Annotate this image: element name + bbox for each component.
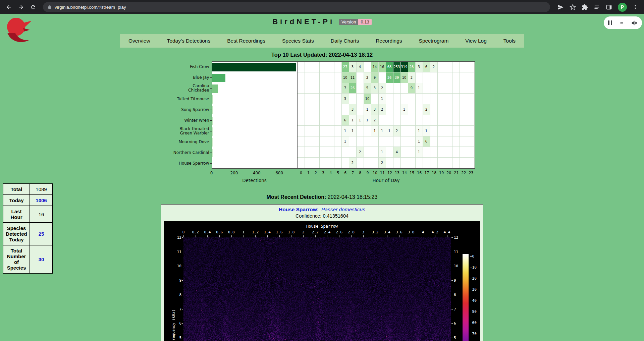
nav-item-recordings[interactable]: Recordings	[367, 34, 410, 48]
heatmap-cell: 2	[430, 62, 438, 72]
heatmap-cell	[305, 83, 312, 94]
hour-tick: 11	[380, 171, 385, 175]
time-tick	[303, 235, 304, 237]
stat-value[interactable]: 30	[30, 245, 53, 273]
volume-icon[interactable]	[631, 20, 638, 26]
version-value: 0.13	[358, 19, 371, 25]
heatmap-cell	[416, 158, 423, 168]
heatmap-cell	[327, 136, 334, 147]
stat-value[interactable]: 25	[30, 223, 53, 245]
heatmap-cell: 9	[408, 83, 416, 94]
heatmap-cell	[298, 136, 305, 147]
heatmap-cell	[298, 147, 305, 158]
menu-kebab-icon[interactable]	[633, 4, 638, 10]
heatmap-cell	[430, 158, 438, 168]
nav-item-spectrogram[interactable]: Spectrogram	[411, 34, 457, 48]
detections-bar	[212, 117, 213, 125]
heatmap-cell	[430, 83, 438, 94]
freq-tick	[451, 309, 453, 309]
hour-tick: 10	[373, 171, 377, 175]
pause-icon[interactable]	[608, 20, 612, 25]
heatmap-cell	[342, 104, 349, 115]
freq-tick-label-right: 11	[454, 249, 458, 254]
heatmap-cell	[305, 126, 312, 136]
time-tick-label: 0.2	[192, 230, 199, 234]
freq-tick	[451, 252, 453, 252]
audio-player[interactable]	[604, 16, 642, 29]
reload-button[interactable]	[28, 2, 38, 12]
heatmap-cell: 26	[349, 83, 357, 94]
heatmap-cell	[460, 62, 467, 72]
extensions-icon[interactable]	[582, 4, 588, 10]
detection-species[interactable]: House Sparrow:	[279, 207, 319, 212]
nav-item-today-s-detections[interactable]: Today's Detections	[159, 34, 219, 48]
heatmap-cell	[334, 115, 342, 126]
heatmap-cell: 1	[364, 104, 371, 115]
heatmap-cell	[452, 72, 460, 83]
chart-species-row: Fish Crow	[169, 61, 212, 72]
forward-button[interactable]	[15, 2, 26, 12]
freq-tick-label-right: 8	[454, 292, 456, 297]
nav-item-tools[interactable]: Tools	[495, 34, 524, 48]
heatmap-cell: 11	[349, 72, 357, 83]
heatmap-cell	[320, 158, 327, 168]
hour-tick: 16	[417, 171, 422, 175]
heatmap-cell: 4	[357, 62, 364, 72]
heatmap-cell	[401, 136, 408, 147]
time-tick-label: 3.4	[384, 230, 390, 234]
time-tick	[447, 235, 447, 237]
back-button[interactable]	[3, 2, 14, 12]
chart-species-row: Tufted Titmouse	[169, 94, 212, 104]
hour-tick: 23	[469, 171, 473, 175]
heatmap-cell	[327, 94, 334, 104]
most-recent-value: 2022-04-13 18:15:23	[328, 194, 378, 200]
heatmap-cell	[334, 147, 342, 158]
hour-tick: 1	[307, 171, 310, 175]
heatmap-cell	[327, 62, 334, 72]
heatmap-cell	[423, 115, 430, 126]
heatmap-cell: 6	[342, 115, 349, 126]
profile-avatar[interactable]: P	[618, 3, 627, 12]
hour-tick: 20	[446, 171, 451, 175]
heatmap-cell	[334, 83, 342, 94]
nav-item-daily-charts[interactable]: Daily Charts	[322, 34, 367, 48]
heatmap-cell	[386, 94, 393, 104]
send-icon[interactable]	[557, 4, 564, 10]
detections-bar	[212, 138, 213, 147]
heatmap-cell	[467, 62, 475, 72]
padlock-icon	[48, 5, 52, 9]
hour-tick: 19	[439, 171, 444, 175]
nav-item-best-recordings[interactable]: Best Recordings	[219, 34, 274, 48]
hour-of-day-heatmap: 2734141668253319283621011293639102726532…	[298, 61, 475, 169]
detections-bar	[212, 127, 213, 136]
heatmap-cell	[364, 147, 371, 158]
hour-tick: 12	[387, 171, 392, 175]
stat-value[interactable]: 1006	[30, 195, 53, 206]
freq-tick	[182, 280, 183, 281]
detection-confidence: Confidence: 0.41351604	[161, 213, 483, 219]
nav-item-overview[interactable]: Overview	[120, 34, 159, 48]
heatmap-cell: 10	[364, 94, 371, 104]
reading-list-icon[interactable]	[594, 4, 600, 10]
birdnet-logo[interactable]	[4, 16, 36, 46]
detections-bar	[212, 106, 213, 114]
address-bar[interactable]: virginia.birdnetpi.com/?stream=play	[43, 2, 550, 12]
heatmap-cell	[393, 94, 401, 104]
chart-species-label: Song Sparrow	[181, 108, 209, 112]
heatmap-cell	[312, 94, 320, 104]
side-panel-icon[interactable]	[606, 4, 612, 10]
heatmap-cell	[401, 83, 408, 94]
bookmark-star-icon[interactable]	[570, 4, 576, 10]
time-tick-label: 4.4	[444, 230, 450, 234]
top10-heading: Top 10 Last Updated: 2022-04-13 18:12	[0, 52, 644, 58]
nav-item-view-log[interactable]: View Log	[457, 34, 495, 48]
nav-item-species-stats[interactable]: Species Stats	[274, 34, 322, 48]
time-tick-label: 2.2	[312, 230, 319, 234]
heatmap-cell: 1	[379, 94, 386, 104]
stats-row: Today1006	[3, 195, 53, 206]
page-header: BirdNET-Pi Version 0.13	[0, 14, 644, 26]
freq-tick	[182, 295, 183, 295]
heatmap-cell	[430, 147, 438, 158]
heatmap-cell	[445, 104, 452, 115]
heatmap-cell	[327, 115, 334, 126]
